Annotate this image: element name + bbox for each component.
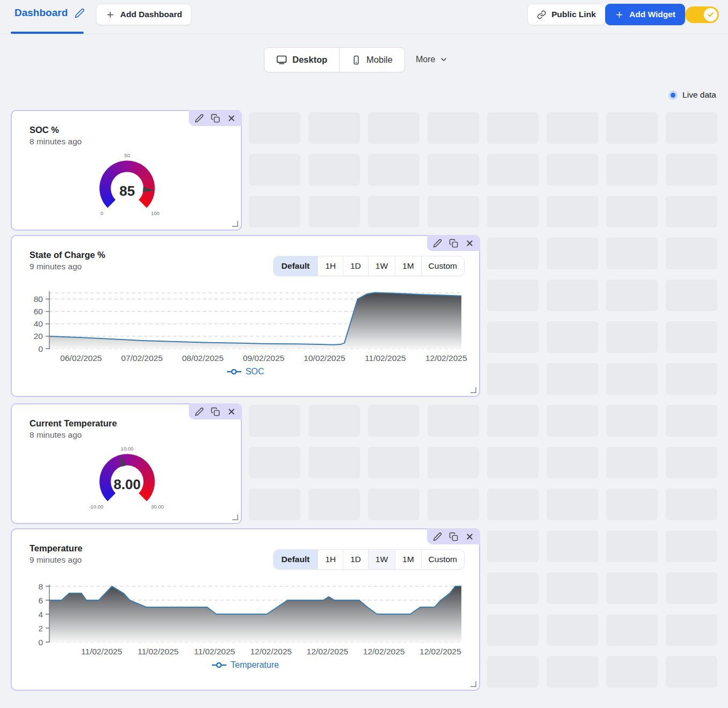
time-range-button-1m[interactable]: 1M: [395, 256, 422, 276]
time-range-button-default[interactable]: Default: [274, 256, 319, 276]
duplicate-widget-icon[interactable]: [211, 407, 220, 416]
mobile-view-button[interactable]: Mobile: [339, 48, 405, 72]
duplicate-widget-icon[interactable]: [449, 239, 458, 248]
close-widget-icon[interactable]: [465, 532, 474, 541]
grid-placeholder-cell: [606, 614, 658, 646]
grid-placeholder-cell: [606, 530, 658, 562]
grid-placeholder-cell: [487, 614, 539, 646]
time-range-button-1w[interactable]: 1W: [369, 550, 395, 569]
grid-placeholder-cell: [249, 447, 300, 478]
resize-handle[interactable]: [470, 681, 476, 687]
grid-placeholder-cell: [487, 447, 539, 478]
grid-placeholder-cell: [428, 447, 479, 478]
add-dashboard-button[interactable]: Add Dashboard: [96, 4, 192, 25]
svg-text:12/02/2025: 12/02/2025: [307, 647, 349, 656]
svg-text:10.00: 10.00: [121, 446, 134, 452]
widget-soc-chart: State of Charge % 9 minutes ago Default1…: [11, 235, 480, 397]
tab-dashboard[interactable]: Dashboard: [14, 7, 85, 19]
grid-placeholder-cell: [666, 112, 717, 144]
svg-text:12/02/2025: 12/02/2025: [420, 647, 461, 656]
grid-placeholder-cell: [368, 447, 420, 478]
widget-title: Current Temperature: [30, 418, 241, 429]
edit-widget-icon[interactable]: [433, 532, 442, 541]
desktop-view-button[interactable]: Desktop: [264, 48, 339, 72]
svg-text:12/02/2025: 12/02/2025: [250, 647, 292, 656]
grid-placeholder-cell: [308, 196, 360, 227]
grid-placeholder-cell: [666, 279, 717, 311]
close-widget-icon[interactable]: [227, 114, 236, 123]
legend-temperature[interactable]: Temperature: [12, 660, 479, 670]
temperature-area-chart: 0246811/02/202511/02/202511/02/202512/02…: [12, 583, 481, 663]
edit-widget-icon[interactable]: [195, 114, 204, 123]
grid-placeholder-cell: [606, 656, 658, 688]
live-data-label: Live data: [682, 90, 716, 100]
time-range-button-custom[interactable]: Custom: [422, 256, 464, 276]
time-range-button-default[interactable]: Default: [274, 550, 319, 569]
time-range-button-1m[interactable]: 1M: [395, 550, 422, 569]
grid-placeholder-cell: [547, 321, 598, 353]
svg-text:50: 50: [124, 152, 130, 158]
time-range-button-custom[interactable]: Custom: [422, 550, 464, 569]
duplicate-widget-icon[interactable]: [449, 532, 458, 541]
duplicate-widget-icon[interactable]: [211, 114, 220, 123]
grid-placeholder-cell: [308, 489, 360, 520]
grid-placeholder-cell: [487, 238, 539, 269]
grid-placeholder-cell: [666, 572, 717, 604]
svg-text:08/02/2025: 08/02/2025: [182, 353, 224, 363]
soc-area-chart: 02040608006/02/202507/02/202508/02/20250…: [12, 290, 481, 370]
public-link-button[interactable]: Public Link: [527, 4, 606, 25]
edit-mode-toggle[interactable]: [685, 6, 719, 23]
legend-soc[interactable]: SOC: [12, 367, 479, 377]
svg-text:10/02/2025: 10/02/2025: [304, 353, 345, 363]
svg-text:11/02/2025: 11/02/2025: [138, 647, 179, 656]
add-widget-button[interactable]: Add Widget: [605, 4, 685, 25]
resize-handle[interactable]: [232, 221, 238, 227]
grid-placeholder-cell: [428, 196, 479, 227]
grid-placeholder-cell: [666, 196, 717, 227]
svg-text:11/02/2025: 11/02/2025: [194, 647, 235, 656]
grid-placeholder-cell: [249, 154, 300, 186]
time-range-button-1d[interactable]: 1D: [343, 550, 369, 569]
add-dashboard-label: Add Dashboard: [120, 10, 182, 19]
widget-updated: 8 minutes ago: [30, 137, 241, 146]
time-range-button-1w[interactable]: 1W: [369, 256, 395, 276]
plus-icon: [615, 10, 624, 19]
svg-text:30.00: 30.00: [151, 504, 164, 510]
time-range-selector: Default1H1D1W1MCustom: [273, 549, 465, 570]
topbar-divider: [0, 34, 728, 34]
svg-text:-10.00: -10.00: [89, 504, 104, 510]
more-menu-button[interactable]: More: [416, 47, 448, 71]
grid-placeholder-cell: [487, 363, 539, 395]
chevron-down-icon: [439, 55, 448, 64]
plus-icon: [106, 10, 115, 19]
time-range-selector: Default1H1D1W1MCustom: [273, 256, 465, 276]
resize-handle[interactable]: [470, 387, 476, 393]
svg-text:40: 40: [34, 319, 43, 328]
time-range-button-1h[interactable]: 1H: [318, 256, 343, 276]
edit-widget-icon[interactable]: [195, 407, 204, 416]
svg-text:07/02/2025: 07/02/2025: [121, 353, 163, 363]
legend-marker-icon: [227, 369, 241, 374]
svg-text:8.00: 8.00: [114, 476, 141, 492]
svg-text:06/02/2025: 06/02/2025: [60, 353, 102, 363]
time-range-button-1d[interactable]: 1D: [343, 256, 369, 276]
svg-text:8: 8: [38, 583, 43, 591]
close-widget-icon[interactable]: [227, 407, 236, 416]
widget-toolbar: [427, 235, 480, 251]
grid-placeholder-cell: [547, 154, 598, 186]
grid-placeholder-cell: [547, 238, 598, 269]
widget-toolbar: [189, 403, 242, 419]
close-widget-icon[interactable]: [465, 239, 474, 248]
monitor-icon: [276, 55, 287, 65]
grid-placeholder-cell: [487, 656, 539, 688]
svg-text:12/02/2025: 12/02/2025: [425, 353, 467, 363]
edit-widget-icon[interactable]: [433, 239, 442, 248]
time-range-button-1h[interactable]: 1H: [318, 550, 343, 569]
edit-dashboard-name-icon[interactable]: [75, 8, 85, 18]
public-link-label: Public Link: [551, 10, 596, 19]
more-label: More: [416, 55, 435, 64]
widget-temp-gauge: Current Temperature 8 minutes ago 8.00-1…: [11, 403, 242, 524]
grid-placeholder-cell: [606, 279, 658, 311]
resize-handle[interactable]: [232, 514, 238, 520]
grid-placeholder-cell: [547, 363, 598, 395]
